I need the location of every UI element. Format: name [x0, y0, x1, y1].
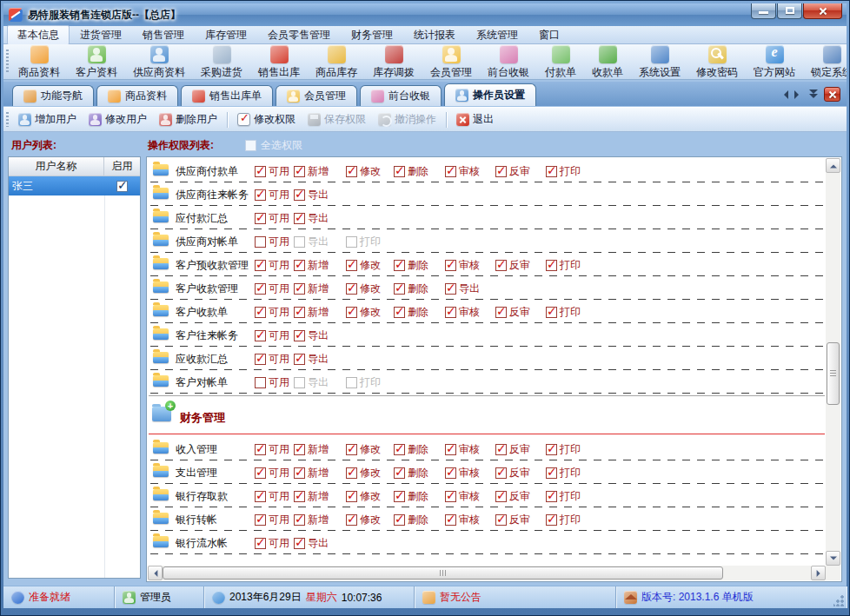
user-enabled-column-header[interactable]: 启用: [104, 157, 140, 176]
menu-item[interactable]: 统计报表: [403, 25, 466, 45]
permission-checkbox[interactable]: [294, 330, 305, 341]
permission-checkbox[interactable]: [346, 307, 357, 318]
horizontal-scrollbar[interactable]: [148, 566, 826, 580]
permission-checkbox[interactable]: [495, 307, 507, 318]
permission-checkbox[interactable]: [445, 491, 456, 502]
permission-checkbox[interactable]: [255, 330, 266, 341]
permission-checkbox[interactable]: [294, 538, 305, 549]
permission-checkbox[interactable]: [294, 166, 305, 177]
permission-checkbox[interactable]: [394, 467, 405, 479]
tab-item[interactable]: 功能导航: [12, 85, 94, 106]
toolbar-button[interactable]: 修改密码: [688, 44, 746, 79]
permission-checkbox[interactable]: [546, 491, 557, 502]
toolbar-button[interactable]: 商品库存: [308, 44, 365, 79]
vertical-scrollbar[interactable]: [826, 158, 840, 566]
permission-checkbox[interactable]: [294, 444, 305, 455]
permission-checkbox[interactable]: [294, 213, 305, 224]
toolbar-button[interactable]: 客户资料: [68, 44, 125, 79]
permission-checkbox[interactable]: [394, 491, 405, 502]
toolbar-button[interactable]: 会员管理: [422, 44, 480, 79]
maximize-button[interactable]: [777, 3, 802, 19]
permission-checkbox[interactable]: [546, 260, 557, 271]
action-perm-save-button[interactable]: 保存权限: [302, 109, 372, 129]
permission-checkbox[interactable]: [445, 444, 456, 455]
permission-checkbox[interactable]: [255, 166, 266, 177]
permission-checkbox[interactable]: [394, 166, 405, 177]
permission-checkbox[interactable]: [346, 467, 357, 479]
menu-item[interactable]: 窗口: [528, 25, 570, 45]
permission-checkbox[interactable]: [294, 260, 305, 271]
menu-item[interactable]: 财务管理: [341, 25, 403, 45]
scroll-up-button[interactable]: [826, 158, 840, 173]
permission-checkbox[interactable]: [445, 467, 456, 479]
tab-item[interactable]: 会员管理: [276, 85, 357, 106]
permission-checkbox[interactable]: [255, 444, 266, 455]
permission-checkbox[interactable]: [255, 213, 266, 224]
toolbar-button[interactable]: 采购进货: [193, 44, 250, 79]
action-perm-edit-button[interactable]: 修改权限: [231, 109, 302, 129]
permission-checkbox[interactable]: [255, 307, 266, 318]
tab-item[interactable]: 商品资料: [96, 85, 178, 106]
tab-scroll-left-icon[interactable]: [780, 90, 788, 99]
menu-item[interactable]: 进货管理: [70, 25, 132, 45]
permission-checkbox[interactable]: [346, 514, 357, 526]
toolbar-button[interactable]: 前台收银: [480, 44, 537, 79]
permission-checkbox[interactable]: [546, 514, 557, 526]
permission-checkbox[interactable]: [294, 236, 305, 248]
permission-checkbox[interactable]: [294, 467, 305, 479]
menu-item[interactable]: 销售管理: [132, 25, 195, 45]
permission-checkbox[interactable]: [255, 260, 266, 271]
permission-checkbox[interactable]: [255, 283, 266, 295]
minimize-button[interactable]: [751, 3, 776, 19]
permission-checkbox[interactable]: [495, 491, 507, 502]
tab-item[interactable]: 销售出库单: [181, 85, 273, 106]
toolbar-button[interactable]: 付款单: [537, 44, 584, 79]
permission-checkbox[interactable]: [255, 538, 266, 549]
permission-checkbox[interactable]: [346, 377, 357, 388]
permission-checkbox[interactable]: [495, 467, 507, 479]
tab-scroll-right-icon[interactable]: [794, 90, 803, 99]
menu-item[interactable]: 基本信息: [7, 25, 70, 45]
menu-item[interactable]: 库存管理: [195, 25, 257, 45]
permission-checkbox[interactable]: [394, 444, 405, 455]
resize-grip[interactable]: [833, 595, 845, 606]
permission-checkbox[interactable]: [294, 514, 305, 526]
permission-checkbox[interactable]: [546, 467, 557, 479]
permission-checkbox[interactable]: [346, 236, 357, 248]
close-button[interactable]: [803, 3, 842, 19]
vertical-scrollbar-thumb[interactable]: [827, 342, 840, 405]
permission-checkbox[interactable]: [294, 491, 305, 502]
permission-checkbox[interactable]: [346, 260, 357, 271]
action-edit-user-button[interactable]: 修改用户: [83, 109, 153, 129]
permission-checkbox[interactable]: [294, 283, 305, 295]
tab-item[interactable]: 前台收银: [360, 85, 442, 106]
action-delete-user-button[interactable]: 删除用户: [153, 109, 223, 129]
scroll-right-button[interactable]: [811, 566, 826, 580]
menu-item[interactable]: 系统管理: [466, 25, 528, 45]
title-bar[interactable]: 易特服装销售连锁店版--【总店】: [3, 3, 847, 26]
user-row[interactable]: 张三: [9, 176, 140, 195]
permission-checkbox[interactable]: [294, 354, 305, 365]
permission-checkbox[interactable]: [346, 444, 357, 455]
action-undo-button[interactable]: 撤消操作: [372, 109, 442, 129]
select-all-checkbox[interactable]: [245, 140, 256, 151]
toolbar-button[interactable]: 商品资料: [10, 44, 68, 79]
permission-checkbox[interactable]: [445, 307, 456, 318]
permission-checkbox[interactable]: [495, 444, 507, 455]
permission-checkbox[interactable]: [394, 514, 405, 526]
permission-checkbox[interactable]: [255, 467, 266, 479]
permission-checkbox[interactable]: [255, 491, 266, 502]
permission-checkbox[interactable]: [495, 166, 507, 177]
permission-checkbox[interactable]: [255, 236, 266, 248]
permission-checkbox[interactable]: [445, 260, 456, 271]
permission-checkbox[interactable]: [294, 307, 305, 318]
user-enabled-checkbox[interactable]: [116, 181, 128, 192]
permission-checkbox[interactable]: [546, 166, 557, 177]
permission-checkbox[interactable]: [546, 307, 557, 318]
toolbar-button[interactable]: 销售出库: [250, 44, 308, 79]
permission-checkbox[interactable]: [346, 491, 357, 502]
permission-checkbox[interactable]: [294, 377, 305, 388]
permission-checkbox[interactable]: [255, 354, 266, 365]
permission-checkbox[interactable]: [394, 260, 405, 271]
permission-checkbox[interactable]: [255, 514, 266, 526]
